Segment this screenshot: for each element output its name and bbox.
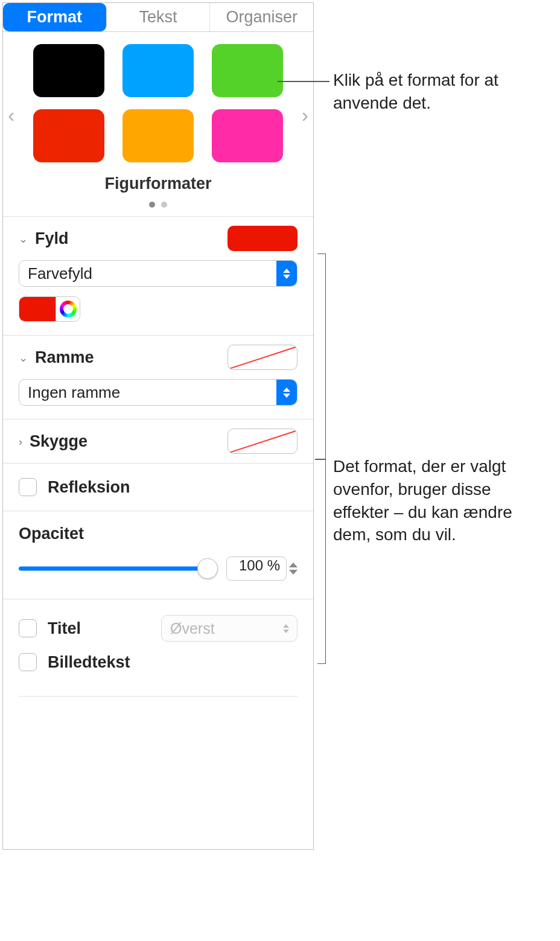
shadow-section: › Skygge	[3, 419, 313, 463]
page-dot[interactable]	[161, 202, 167, 208]
caption-checkbox[interactable]	[19, 653, 37, 671]
color-picker-button[interactable]	[56, 297, 80, 321]
chevron-right-icon[interactable]: ›	[19, 436, 22, 448]
callout-text: Det format, der er valgt ovenfor, bruger…	[333, 455, 550, 546]
style-swatch[interactable]	[33, 44, 104, 97]
opacity-section: Opacitet 100 %	[3, 511, 313, 599]
page-dots	[3, 199, 313, 210]
opacity-title: Opacitet	[19, 525, 298, 543]
title-checkbox[interactable]	[19, 619, 37, 637]
tab-format[interactable]: Format	[3, 3, 107, 31]
fill-section: ⌄ Fyld Farvefyld	[3, 216, 313, 335]
stepper-up-icon[interactable]	[289, 563, 298, 567]
color-wheel-icon	[60, 301, 77, 317]
opacity-stepper[interactable]	[289, 563, 298, 575]
tab-text[interactable]: Tekst	[107, 3, 211, 31]
slider-thumb[interactable]	[197, 558, 218, 579]
reflection-checkbox[interactable]	[19, 478, 37, 496]
select-stepper-icon	[276, 261, 297, 286]
border-title: Ramme	[35, 348, 228, 367]
caption-label: Billedtekst	[48, 653, 298, 672]
fill-preview[interactable]	[228, 226, 298, 251]
border-preview[interactable]	[228, 345, 298, 370]
styles-prev-icon[interactable]: ‹	[8, 103, 14, 127]
fill-color-well[interactable]	[19, 296, 80, 322]
style-swatch[interactable]	[33, 109, 104, 162]
chevron-down-icon[interactable]: ⌄	[19, 232, 28, 246]
title-label: Titel	[48, 619, 161, 638]
border-type-value: Ingen ramme	[28, 383, 120, 402]
callout-bracket	[317, 254, 326, 664]
callout-leader-line	[278, 81, 329, 82]
shape-styles-area: ‹ › Figurformater	[3, 32, 313, 216]
title-caption-section: Titel Øverst Billedtekst	[3, 599, 313, 696]
style-swatch[interactable]	[122, 109, 194, 162]
style-swatch[interactable]	[212, 44, 283, 97]
callout-text: Klik på et format for at anvende det.	[333, 69, 532, 115]
format-inspector-panel: Format Tekst Organiser ‹ › Figurformater…	[2, 2, 314, 850]
slider-track	[19, 567, 215, 571]
stepper-down-icon[interactable]	[289, 570, 298, 575]
select-stepper-icon	[276, 380, 297, 405]
select-stepper-icon	[280, 616, 292, 641]
title-position-value: Øverst	[170, 620, 215, 637]
chevron-down-icon[interactable]: ⌄	[19, 351, 28, 365]
fill-type-value: Farvefyld	[28, 264, 92, 283]
divider	[19, 696, 298, 697]
page-dot[interactable]	[149, 202, 155, 208]
tab-organize[interactable]: Organiser	[210, 3, 313, 31]
shadow-title: Skygge	[30, 432, 228, 451]
shape-styles-label: Figurformater	[3, 174, 313, 193]
reflection-section: Refleksion	[3, 463, 313, 511]
shadow-preview[interactable]	[228, 429, 298, 454]
styles-next-icon[interactable]: ›	[302, 103, 308, 127]
fill-type-select[interactable]: Farvefyld	[19, 260, 298, 287]
style-swatch[interactable]	[122, 44, 194, 97]
style-swatch[interactable]	[212, 109, 283, 162]
fill-title: Fyld	[35, 229, 228, 248]
title-position-select[interactable]: Øverst	[161, 615, 298, 642]
opacity-value-field[interactable]: 100 %	[226, 557, 287, 581]
fill-color-swatch[interactable]	[19, 297, 56, 321]
border-section: ⌄ Ramme Ingen ramme	[3, 335, 313, 419]
opacity-slider[interactable]	[19, 558, 215, 579]
border-type-select[interactable]: Ingen ramme	[19, 379, 298, 406]
reflection-label: Refleksion	[48, 478, 298, 497]
inspector-tabbar: Format Tekst Organiser	[3, 3, 313, 32]
